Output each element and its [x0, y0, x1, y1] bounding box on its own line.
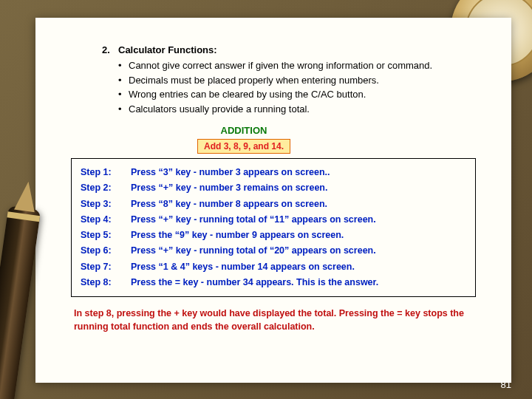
step-label: Step 2:	[81, 180, 131, 196]
list-item: •Calculators usually provide a running t…	[118, 102, 476, 117]
section-heading: 2. Calculator Functions:	[102, 44, 476, 55]
step-text: Press “+” key - number 3 remains on scre…	[131, 180, 327, 196]
bullet-text: Cannot give correct answer if given the …	[129, 58, 432, 73]
bullet-icon: •	[118, 58, 129, 73]
step-text: Press the = key - number 34 appears. Thi…	[131, 275, 378, 290]
bullet-list: •Cannot give correct answer if given the…	[118, 58, 476, 116]
step-row: Step 1:Press “3” key - number 3 appears …	[81, 165, 466, 180]
step-text: Press “+” key - running total of “11” ap…	[131, 212, 376, 228]
bullet-icon: •	[118, 87, 129, 102]
step-row: Step 7:Press “1 & 4” keys - number 14 ap…	[81, 259, 466, 275]
step-row: Step 2:Press “+” key - number 3 remains …	[81, 180, 466, 196]
bullet-icon: •	[118, 73, 129, 88]
step-label: Step 6:	[81, 243, 131, 259]
bullet-text: Calculators usually provide a running to…	[129, 102, 310, 117]
step-label: Step 8:	[81, 275, 131, 290]
step-label: Step 7:	[81, 259, 131, 275]
operation-title: ADDITION	[12, 125, 476, 136]
step-text: Press “8” key - number 8 appears on scre…	[131, 197, 327, 212]
footer-note: In step 8, pressing the + key would have…	[74, 307, 476, 333]
list-item: •Decimals must be placed properly when e…	[118, 73, 476, 88]
step-text: Press “1 & 4” keys - number 14 appears o…	[131, 259, 355, 275]
step-row: Step 4:Press “+” key - running total of …	[81, 212, 466, 228]
heading-title: Calculator Functions:	[118, 44, 217, 55]
page-number: 81	[501, 379, 511, 390]
list-item: •Wrong entries can be cleared by using t…	[118, 87, 476, 102]
bullet-text: Wrong entries can be cleared by using th…	[129, 87, 366, 102]
step-text: Press “+” key - running total of “20” ap…	[131, 243, 376, 259]
pen-tip	[14, 180, 38, 213]
heading-number: 2.	[102, 44, 118, 55]
step-text: Press the “9” key - number 9 appears on …	[131, 228, 344, 243]
bullet-text: Decimals must be placed properly when en…	[129, 73, 379, 88]
step-label: Step 1:	[81, 165, 131, 180]
pen-decoration	[0, 205, 41, 399]
step-label: Step 5:	[81, 228, 131, 243]
step-label: Step 3:	[81, 197, 131, 212]
document-page: 2. Calculator Functions: •Cannot give co…	[35, 18, 511, 383]
step-row: Step 5:Press the “9” key - number 9 appe…	[81, 228, 466, 243]
step-row: Step 3:Press “8” key - number 8 appears …	[81, 197, 466, 212]
step-text: Press “3” key - number 3 appears on scre…	[131, 165, 330, 180]
step-row: Step 6:Press “+” key - running total of …	[81, 243, 466, 259]
step-row: Step 8:Press the = key - number 34 appea…	[81, 275, 466, 290]
list-item: •Cannot give correct answer if given the…	[118, 58, 476, 73]
step-label: Step 4:	[81, 212, 131, 228]
bullet-icon: •	[118, 102, 129, 117]
pen-band	[7, 211, 40, 222]
example-prompt: Add 3, 8, 9, and 14.	[197, 139, 290, 154]
steps-container: Step 1:Press “3” key - number 3 appears …	[71, 158, 476, 297]
